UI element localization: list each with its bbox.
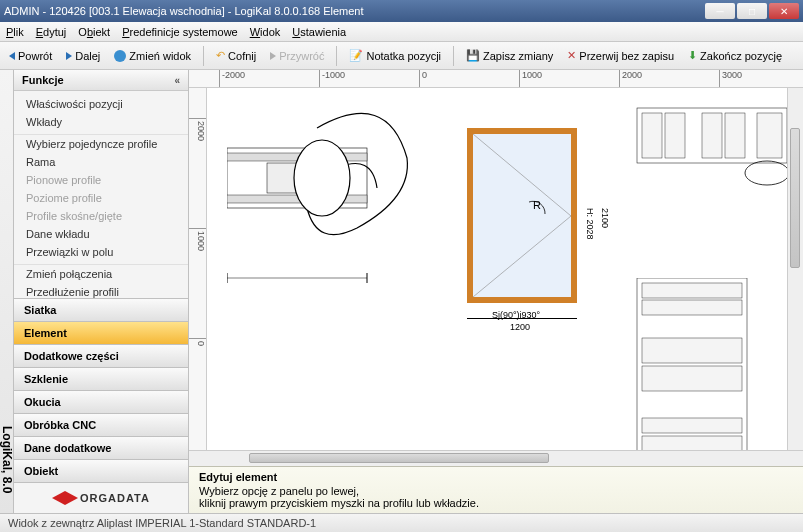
canvas-area: -2000-10000100020003000 200010000 xyxy=(189,70,803,513)
separator xyxy=(336,46,337,66)
svg-point-5 xyxy=(294,140,350,216)
menu-predef[interactable]: Predefinicje systemowe xyxy=(122,26,238,38)
menu-widok[interactable]: Widok xyxy=(250,26,281,38)
ruler-tick: 1000 xyxy=(189,228,206,251)
hint-line-2: kliknij prawym przyciskiem myszki na pro… xyxy=(199,497,793,509)
close-button[interactable]: ✕ xyxy=(769,3,799,19)
function-item[interactable]: Wybierz pojedyncze profile xyxy=(14,134,188,153)
finish-button[interactable]: ⬇Zakończ pozycję xyxy=(683,47,787,64)
ruler-tick: 1000 xyxy=(519,70,542,87)
refresh-icon xyxy=(114,50,126,62)
cross-section-top xyxy=(627,98,787,198)
functions-scroll[interactable]: Funkcje « Właściwości pozycjiWkładyWybie… xyxy=(14,70,188,298)
svg-rect-15 xyxy=(725,113,745,158)
function-item: Pionowe profile xyxy=(14,171,188,189)
accordion-item[interactable]: Dane dodatkowe xyxy=(14,436,188,459)
forward-button[interactable]: Dalej xyxy=(61,48,105,64)
dim-width: 1200 xyxy=(510,322,530,332)
orgadata-logo: ORGADATA xyxy=(52,491,150,505)
save-icon: 💾 xyxy=(466,49,480,62)
scroll-thumb-h[interactable] xyxy=(249,453,549,463)
maximize-button[interactable]: □ xyxy=(737,3,767,19)
chevron-up-icon: « xyxy=(174,75,180,86)
separator xyxy=(453,46,454,66)
undo-button[interactable]: ↶Cofnij xyxy=(211,47,261,64)
cancel-button[interactable]: ✕Przerwij bez zapisu xyxy=(562,47,679,64)
function-item[interactable]: Przewiązki w polu xyxy=(14,243,188,261)
menubar: Plik Edytuj Obiekt Predefinicje systemow… xyxy=(0,22,803,42)
svg-rect-16 xyxy=(757,113,782,158)
dim-line-h xyxy=(467,318,577,319)
accordion-item[interactable]: Obróbka CNC xyxy=(14,413,188,436)
menu-obiekt[interactable]: Obiekt xyxy=(78,26,110,38)
app-side-label: LogiKal, 8.0 xyxy=(0,70,14,513)
arrow-left-icon xyxy=(9,52,15,60)
minimize-button[interactable]: ─ xyxy=(705,3,735,19)
functions-header[interactable]: Funkcje « xyxy=(14,70,188,91)
function-item[interactable]: Właściwości pozycji xyxy=(14,95,188,113)
svg-rect-20 xyxy=(642,300,742,315)
element-frame[interactable]: R xyxy=(467,128,577,303)
back-button[interactable]: Powrót xyxy=(4,48,57,64)
brand-area: ORGADATA xyxy=(14,482,188,513)
opening-symbol: R xyxy=(473,134,571,297)
undo-icon: ↶ xyxy=(216,49,225,62)
accordion-item[interactable]: Siatka xyxy=(14,298,188,321)
svg-rect-24 xyxy=(642,436,742,450)
ruler-horizontal: -2000-10000100020003000 xyxy=(189,70,803,88)
redo-icon xyxy=(270,52,276,60)
window-controls: ─ □ ✕ xyxy=(705,3,799,19)
dim-height-2: 2100 xyxy=(600,208,610,228)
dim-height: H: 2028 xyxy=(585,208,595,240)
accordion-item[interactable]: Dodatkowe części xyxy=(14,344,188,367)
function-item[interactable]: Zmień połączenia xyxy=(14,264,188,283)
r-label: R xyxy=(533,199,541,211)
ruler-tick: 0 xyxy=(419,70,427,87)
svg-line-10 xyxy=(473,216,571,297)
accordion-item[interactable]: Obiekt xyxy=(14,459,188,482)
toolbar: Powrót Dalej Zmień widok ↶Cofnij Przywró… xyxy=(0,42,803,70)
svg-line-9 xyxy=(473,134,571,216)
drawing-canvas[interactable]: R H: 2028 2100 Sj(90°)i930° 1200 xyxy=(207,88,787,450)
save-button[interactable]: 💾Zapisz zmiany xyxy=(461,47,558,64)
handle-detail xyxy=(227,98,427,328)
menu-edytuj[interactable]: Edytuj xyxy=(36,26,67,38)
function-item[interactable]: Dane wkładu xyxy=(14,225,188,243)
logo-icon xyxy=(52,491,78,505)
separator xyxy=(203,46,204,66)
ruler-tick: -1000 xyxy=(319,70,345,87)
left-panel: Funkcje « Właściwości pozycjiWkładyWybie… xyxy=(14,70,189,513)
menu-plik[interactable]: Plik xyxy=(6,26,24,38)
svg-rect-19 xyxy=(642,283,742,298)
ruler-tick: 2000 xyxy=(189,118,206,141)
function-item: Profile skośne/gięte xyxy=(14,207,188,225)
svg-point-17 xyxy=(745,161,787,185)
hint-bar: Edytuj element Wybierz opcję z panelu po… xyxy=(189,466,803,513)
functions-list: Właściwości pozycjiWkładyWybierz pojedyn… xyxy=(14,91,188,298)
svg-rect-13 xyxy=(665,113,685,158)
accordion-item[interactable]: Szklenie xyxy=(14,367,188,390)
change-view-button[interactable]: Zmień widok xyxy=(109,48,196,64)
scroll-thumb-v[interactable] xyxy=(790,128,800,268)
function-item[interactable]: Rama xyxy=(14,153,188,171)
ruler-vertical: 200010000 xyxy=(189,88,207,450)
function-item[interactable]: Przedłużenie profili xyxy=(14,283,188,298)
menu-ustawienia[interactable]: Ustawienia xyxy=(292,26,346,38)
down-arrow-icon: ⬇ xyxy=(688,49,697,62)
note-button[interactable]: 📝Notatka pozycji xyxy=(344,47,446,64)
scrollbar-vertical[interactable] xyxy=(787,88,803,450)
scrollbar-horizontal[interactable] xyxy=(189,450,803,466)
hint-line-1: Wybierz opcję z panelu po lewej, xyxy=(199,485,793,497)
function-item[interactable]: Wkłady xyxy=(14,113,188,131)
accordion-item[interactable]: Okucia xyxy=(14,390,188,413)
titlebar: ADMIN - 120426 [003.1 Elewacja wschodnia… xyxy=(0,0,803,22)
svg-rect-22 xyxy=(642,366,742,391)
function-item: Poziome profile xyxy=(14,189,188,207)
accordion-item[interactable]: Element xyxy=(14,321,188,344)
svg-rect-12 xyxy=(642,113,662,158)
ruler-tick: 2000 xyxy=(619,70,642,87)
accordion: SiatkaElementDodatkowe częściSzklenieOku… xyxy=(14,298,188,482)
svg-rect-14 xyxy=(702,113,722,158)
window-title: ADMIN - 120426 [003.1 Elewacja wschodnia… xyxy=(4,5,705,17)
redo-button[interactable]: Przywróć xyxy=(265,48,329,64)
